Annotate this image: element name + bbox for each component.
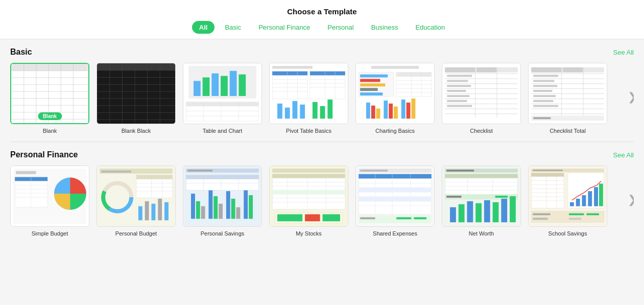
template-charting-label: Charting Basics — [375, 127, 415, 134]
template-personal-budget-label: Personal Budget — [115, 230, 157, 237]
svg-rect-110 — [445, 113, 518, 114]
svg-rect-168 — [136, 175, 173, 179]
template-school-savings[interactable]: School Savings — [528, 166, 607, 237]
template-table-chart-thumb — [183, 63, 262, 124]
template-my-stocks-thumb — [269, 166, 348, 227]
svg-rect-212 — [277, 215, 302, 222]
template-net-worth-label: Net Worth — [469, 230, 494, 237]
svg-rect-68 — [300, 105, 305, 119]
tab-all[interactable]: All — [192, 21, 215, 34]
svg-rect-93 — [389, 104, 393, 119]
svg-rect-115 — [447, 85, 471, 87]
template-shared-expenses-label: Shared Expenses — [373, 230, 417, 237]
svg-rect-100 — [445, 67, 475, 73]
svg-rect-184 — [226, 191, 230, 219]
template-personal-budget[interactable]: Personal Budget — [97, 166, 176, 237]
svg-rect-146 — [16, 171, 36, 174]
svg-rect-178 — [191, 194, 195, 219]
template-pivot-thumb — [269, 63, 348, 124]
svg-rect-105 — [445, 88, 518, 89]
tab-personal-finance[interactable]: Personal Finance — [251, 21, 317, 34]
svg-rect-238 — [446, 170, 474, 172]
svg-rect-67 — [293, 101, 298, 119]
template-personal-savings[interactable]: Personal Savings — [183, 166, 262, 237]
header: Choose a Template All Basic Personal Fin… — [0, 0, 644, 39]
svg-rect-179 — [196, 201, 200, 219]
tab-personal[interactable]: Personal — [320, 21, 361, 34]
template-blank-black-thumb — [97, 63, 176, 124]
svg-rect-277 — [594, 187, 598, 206]
svg-rect-158 — [101, 171, 131, 173]
pf-templates-row: Simple Budget — [10, 166, 634, 237]
template-blank-label: Blank — [43, 127, 57, 134]
svg-rect-133 — [561, 67, 562, 118]
svg-rect-134 — [583, 67, 583, 118]
svg-rect-111 — [475, 67, 475, 118]
pf-next-arrow[interactable]: ❯ — [626, 191, 634, 208]
section-pf-header: Personal Finance See All — [10, 150, 634, 159]
svg-rect-280 — [533, 214, 550, 216]
svg-rect-231 — [359, 197, 432, 201]
template-charting[interactable]: Charting Basics — [355, 63, 435, 134]
svg-rect-187 — [244, 187, 248, 219]
svg-rect-186 — [236, 207, 241, 219]
svg-rect-66 — [285, 108, 290, 119]
tab-basic[interactable]: Basic — [218, 21, 248, 34]
template-table-chart-label: Table and Chart — [203, 127, 243, 134]
svg-rect-48 — [272, 72, 307, 99]
section-basic-header: Basic See All — [10, 48, 634, 57]
svg-rect-89 — [366, 103, 370, 119]
template-blank[interactable]: Blank Blank — [10, 63, 89, 134]
see-all-pf[interactable]: See All — [613, 151, 634, 159]
see-all-basic[interactable]: See All — [613, 49, 634, 56]
template-table-chart[interactable]: Table and Chart — [183, 63, 262, 134]
template-blank-black[interactable]: Blank Black — [97, 63, 176, 134]
template-blank-thumb: Blank — [10, 63, 89, 124]
template-school-savings-thumb — [528, 166, 607, 227]
template-checklist[interactable]: Checklist — [442, 63, 521, 134]
svg-rect-147 — [15, 177, 47, 207]
template-shared-expenses[interactable]: Shared Expenses — [355, 166, 435, 237]
svg-rect-234 — [396, 218, 412, 220]
svg-rect-253 — [475, 203, 482, 222]
svg-rect-127 — [531, 88, 604, 89]
svg-rect-126 — [531, 83, 604, 84]
svg-rect-256 — [501, 199, 507, 222]
template-simple-budget-thumb — [10, 166, 89, 227]
svg-rect-250 — [450, 207, 456, 223]
tab-bar: All Basic Personal Finance Personal Busi… — [0, 21, 644, 34]
template-personal-budget-thumb — [97, 166, 176, 227]
svg-rect-135 — [533, 75, 558, 77]
template-shared-expenses-thumb — [355, 166, 435, 227]
tab-business[interactable]: Business — [364, 21, 406, 34]
template-checklist-label: Checklist — [470, 127, 493, 134]
template-net-worth-thumb — [442, 166, 521, 227]
template-my-stocks[interactable]: My Stocks — [269, 166, 348, 237]
basic-next-arrow[interactable]: ❯ — [626, 88, 634, 106]
svg-rect-283 — [533, 218, 548, 220]
template-checklist-total[interactable]: Checklist Total — [528, 63, 607, 134]
svg-rect-262 — [531, 173, 564, 177]
template-net-worth[interactable]: Net Worth — [442, 166, 521, 237]
svg-rect-274 — [576, 199, 580, 206]
template-simple-budget[interactable]: Simple Budget — [10, 166, 89, 237]
template-personal-savings-thumb — [183, 166, 262, 227]
svg-rect-15 — [97, 63, 175, 124]
svg-rect-260 — [533, 170, 563, 171]
svg-rect-213 — [305, 215, 320, 222]
svg-rect-1 — [12, 64, 88, 71]
tab-education[interactable]: Education — [408, 21, 452, 34]
svg-rect-137 — [533, 85, 557, 87]
template-pivot[interactable]: Pivot Table Basics — [269, 63, 348, 134]
svg-rect-91 — [376, 109, 380, 119]
svg-rect-76 — [360, 79, 380, 82]
svg-rect-122 — [531, 67, 561, 73]
svg-rect-58 — [310, 72, 345, 76]
section-personal-finance: Personal Finance See All — [10, 142, 634, 242]
svg-rect-217 — [360, 170, 388, 172]
svg-rect-279 — [531, 212, 604, 223]
blank-badge: Blank — [38, 112, 62, 120]
svg-rect-70 — [320, 106, 325, 119]
svg-rect-32 — [194, 81, 201, 96]
svg-rect-79 — [360, 92, 383, 96]
